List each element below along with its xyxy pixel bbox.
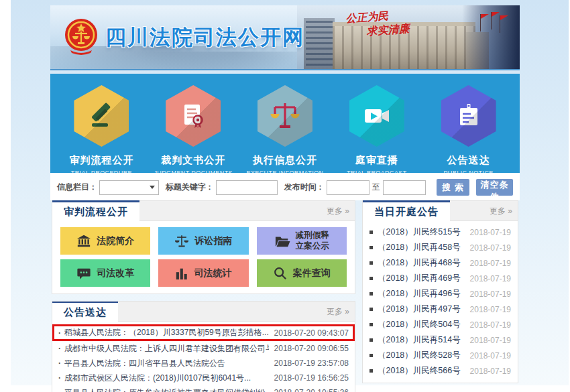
banner-left: 四川法院司法公开网 xyxy=(50,5,297,69)
notice-list-item[interactable]: · 平昌县人民法院：四川省平昌县人民法院公告 2018-07-19 23:57:… xyxy=(52,356,355,371)
square-bullet-icon xyxy=(369,231,373,234)
session-date: 2018-07-19 xyxy=(466,320,511,330)
notice-delivery-panel: 公告送达 更多 » · 稻城县人民法院：（2018）川3337民初59号原告彭措… xyxy=(52,301,355,392)
case-number[interactable]: （2018）川民再514号 xyxy=(378,334,461,346)
square-bullet-icon xyxy=(369,292,373,296)
case-number[interactable]: （2018）川民再469号 xyxy=(378,273,461,284)
tile-trial-procedure[interactable]: 审判流程公开 TRIAL PROCEDURE xyxy=(58,74,144,176)
court-emblem-icon xyxy=(64,17,99,58)
document-seal-icon xyxy=(166,85,221,147)
case-query-button[interactable]: 案件查询 xyxy=(257,259,347,287)
case-number[interactable]: （2018）川民再497号 xyxy=(378,304,461,315)
more-link[interactable]: 更多 » xyxy=(327,302,349,322)
date-from-input[interactable] xyxy=(327,180,369,195)
chevron-down-icon xyxy=(150,186,155,189)
notice-list: · 稻城县人民法院：（2018）川3337民初59号原告彭措格... 2018-… xyxy=(52,322,355,392)
scales-icon xyxy=(258,85,312,147)
court-session-panel: 当日开庭公告 更多 » （2018）川民终515号 2018-07-19 （20… xyxy=(362,200,518,383)
red-flag-icon xyxy=(492,12,500,17)
notice-list-item[interactable]: · 成都市中级人民法院：上诉人四川君羊建设集团有限公司与被上诉... 2018-… xyxy=(52,341,355,356)
notice-title[interactable]: 稻城县人民法院：（2018）川3337民初59号原告彭措格... xyxy=(64,327,269,338)
case-number[interactable]: （2018）川民再458号 xyxy=(378,242,461,253)
bullet-icon: · xyxy=(58,388,61,392)
court-session-item[interactable]: （2018）川民终504号 2018-07-19 xyxy=(363,317,518,332)
folder-icon xyxy=(274,234,290,249)
notice-title[interactable]: 平昌县人民法院：四川省平昌县人民法院公告 xyxy=(64,358,225,369)
notice-date: 2018-07-19 16:56:25 xyxy=(269,373,349,383)
square-bullet-icon xyxy=(369,338,373,342)
courthouse-icon xyxy=(76,234,91,249)
court-session-item[interactable]: （2018）川民再468号 2018-07-19 xyxy=(363,255,518,271)
court-session-list: （2018）川民终515号 2018-07-19 （2018）川民再458号 2… xyxy=(363,221,518,383)
banner-photo: 公正为民 求实清廉 xyxy=(297,5,520,69)
site-title: 四川法院司法公开网 xyxy=(105,23,304,52)
court-session-item[interactable]: （2018）川民再458号 2018-07-19 xyxy=(363,240,518,255)
trial-procedure-panel: 审判流程公开 更多 » 法院简介 xyxy=(52,200,355,294)
more-link[interactable]: 更多 » xyxy=(327,201,349,221)
notice-list-item[interactable]: · 平昌县人民法院：原告牟文均诉被告覃奇才民间借贷纠纷一案民事... 2018-… xyxy=(52,385,355,392)
tile-public-notice[interactable]: 公告送达 PUBLIC NOTICE xyxy=(426,74,512,176)
notice-title[interactable]: 成都市中级人民法院：上诉人四川君羊建设集团有限公司与被上诉... xyxy=(64,343,269,354)
litigation-guide-button[interactable]: 诉讼指南 xyxy=(158,227,248,255)
bullet-icon: · xyxy=(58,358,61,368)
judicial-statistics-button[interactable]: 司法统计 xyxy=(158,259,248,287)
session-date: 2018-07-19 xyxy=(466,336,511,345)
search-button[interactable]: 搜 索 xyxy=(437,179,470,196)
court-intro-button[interactable]: 法院简介 xyxy=(60,227,150,255)
case-number[interactable]: （2018）川民终528号 xyxy=(378,350,461,361)
square-bullet-icon xyxy=(369,246,373,249)
court-session-item[interactable]: （2018）川民再496号 2018-07-19 xyxy=(363,286,518,302)
main-area: 审判流程公开 更多 » 法院简介 xyxy=(50,200,520,392)
court-session-item[interactable]: （2018）川民终528号 2018-07-19 xyxy=(363,348,518,363)
case-number[interactable]: （2018）川民终515号 xyxy=(378,226,461,238)
notice-title[interactable]: 平昌县人民法院：原告牟文均诉被告覃奇才民间借贷纠纷一案民事... xyxy=(64,387,269,392)
calligraphy-slogan: 公正为民 求实清廉 xyxy=(345,7,410,40)
notice-date: 2018-07-20 09:43:07 xyxy=(269,328,349,338)
session-date: 2018-07-19 xyxy=(466,289,511,299)
tile-trial-broadcast[interactable]: 庭审直播 TRIAL BROADCAST xyxy=(334,74,420,176)
to-label: 至 xyxy=(372,182,380,193)
judicial-reform-button[interactable]: 司法改革 xyxy=(60,259,150,287)
session-date: 2018-07-19 xyxy=(466,243,511,253)
session-date: 2018-07-19 xyxy=(466,228,511,237)
court-session-item[interactable]: （2018）川民再514号 2018-07-19 xyxy=(363,332,518,348)
parole-filing-button[interactable]: 减刑假释立案公示 xyxy=(257,227,347,255)
court-session-item[interactable]: （2018）川民再469号 2018-07-19 xyxy=(363,271,518,286)
keyword-input[interactable] xyxy=(216,180,278,195)
video-camera-icon xyxy=(349,85,404,147)
tab-public-notice[interactable]: 公告送达 xyxy=(52,301,118,322)
feature-buttons: 法院简介 诉讼指南 xyxy=(52,221,355,293)
tile-execute-information[interactable]: 执行信息公开 EXECUTE INFORMATION xyxy=(242,74,328,176)
session-date: 2018-07-19 xyxy=(466,351,511,361)
notice-date: 2018-07-20 09:06:55 xyxy=(269,344,349,353)
notice-list-item[interactable]: · 成都市武侯区人民法院：(2018)川0107民初6041号... 2018-… xyxy=(52,371,355,385)
date-to-input[interactable] xyxy=(383,180,426,195)
tile-judgment-documents[interactable]: 裁判文书公开 JUDGMENT DOCUMENTS xyxy=(150,74,236,176)
bar-chart-icon xyxy=(175,266,188,281)
case-number[interactable]: （2018）川民终504号 xyxy=(378,319,461,330)
scales-icon xyxy=(174,234,189,249)
notice-board-icon xyxy=(441,85,496,147)
quick-nav-band: 审判流程公开 TRIAL PROCEDURE xyxy=(50,74,520,173)
case-number[interactable]: （2018）川民再468号 xyxy=(378,257,461,269)
court-session-item[interactable]: （2018）川民终515号 2018-07-19 xyxy=(363,224,518,240)
session-date: 2018-07-19 xyxy=(466,274,511,283)
notice-title[interactable]: 成都市武侯区人民法院：(2018)川0107民初6041号... xyxy=(64,373,251,384)
notice-list-item[interactable]: · 稻城县人民法院：（2018）川3337民初59号原告彭措格... 2018-… xyxy=(52,324,355,341)
speech-bubble-icon xyxy=(76,266,91,281)
tab-court-sessions[interactable]: 当日开庭公告 xyxy=(363,200,450,221)
court-session-item[interactable]: （2018）川民终566号 2018-07-19 xyxy=(363,363,518,379)
column-select[interactable] xyxy=(99,180,159,195)
left-column: 审判流程公开 更多 » 法院简介 xyxy=(52,200,355,392)
court-session-item[interactable]: （2018）川民再497号 2018-07-19 xyxy=(363,302,518,317)
more-link[interactable]: 更多 » xyxy=(490,201,512,221)
tab-trial-procedure[interactable]: 审判流程公开 xyxy=(52,200,139,221)
session-date: 2018-07-19 xyxy=(466,305,511,314)
square-bullet-icon xyxy=(369,261,373,265)
case-number[interactable]: （2018）川民终566号 xyxy=(378,365,461,377)
case-number[interactable]: （2018）川民再496号 xyxy=(378,288,461,300)
clear-button[interactable]: 清空条件 xyxy=(476,179,513,196)
square-bullet-icon xyxy=(369,323,373,326)
red-flag-icon xyxy=(481,14,489,19)
page: 四川法院司法公开网 公正为民 求实清廉 xyxy=(0,0,570,392)
